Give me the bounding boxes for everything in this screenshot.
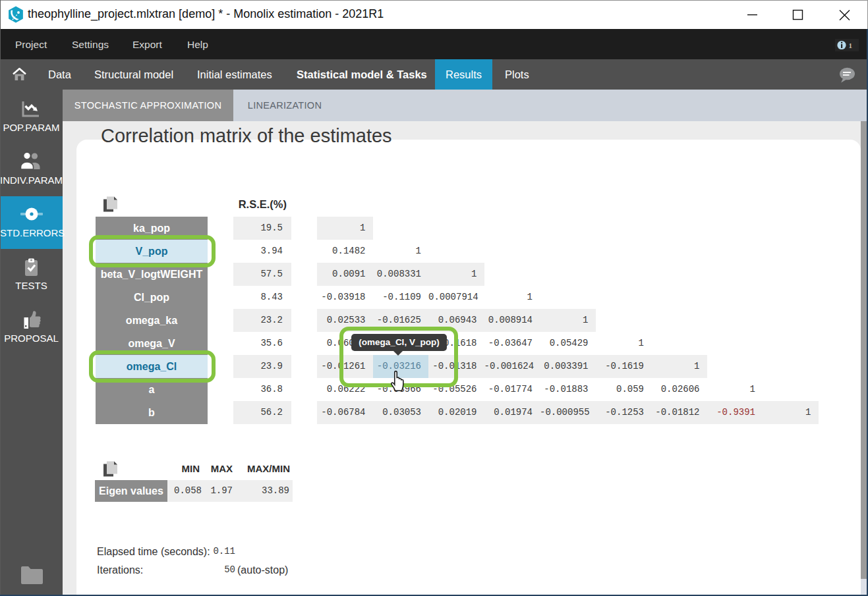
svg-text:1: 1 (849, 41, 853, 49)
